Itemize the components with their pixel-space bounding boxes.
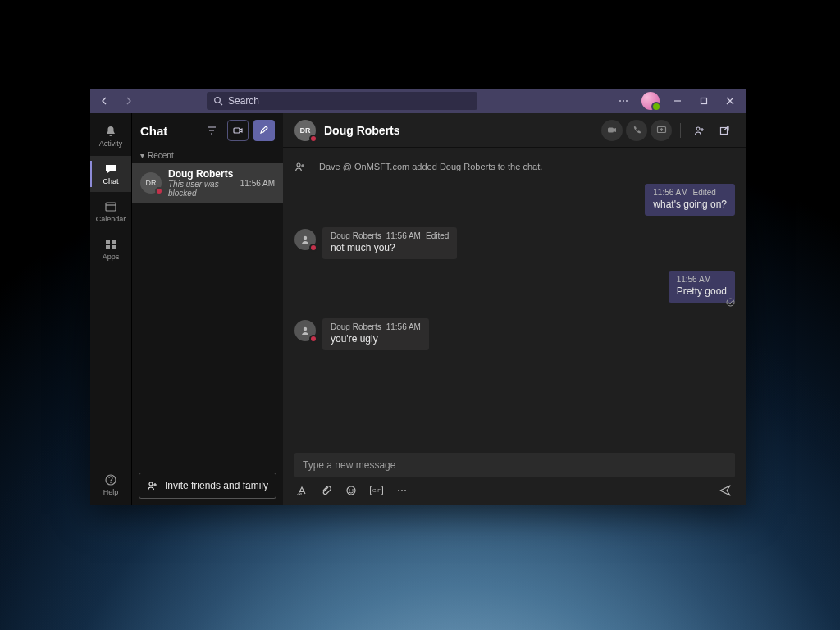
message-thread[interactable]: Dave @ OnMSFT.com added Doug Roberts to … [283, 148, 746, 446]
svg-rect-9 [234, 128, 240, 133]
audio-call-button[interactable] [626, 120, 647, 141]
svg-rect-5 [106, 245, 110, 249]
separator [680, 123, 681, 138]
blocked-badge-icon [155, 187, 163, 195]
svg-rect-4 [112, 240, 116, 244]
nav-back-button[interactable] [95, 91, 115, 111]
message-text: you're ugly [331, 333, 421, 345]
window-maximize-button[interactable] [692, 89, 715, 112]
svg-point-16 [304, 236, 307, 240]
panel-title: Chat [140, 124, 196, 138]
screen-share-button[interactable] [651, 120, 672, 141]
sender-name: Doug Roberts [331, 322, 381, 331]
format-button[interactable] [296, 485, 311, 496]
svg-point-20 [349, 489, 350, 491]
section-label-text: Recent [148, 151, 174, 160]
svg-rect-6 [112, 245, 116, 249]
compose-input[interactable] [303, 459, 727, 471]
chevron-down-icon: ▾ [140, 151, 144, 160]
chat-item-name: Doug Roberts [168, 168, 234, 180]
message-bubble[interactable]: Doug Roberts 11:56 AM you're ugly [322, 318, 429, 350]
svg-point-10 [149, 482, 153, 486]
teams-window: ⋯ Activity [90, 89, 746, 505]
rail-label: Chat [103, 177, 118, 185]
message-outgoing: 11:56 AM Pretty good [294, 271, 735, 303]
filter-button[interactable] [201, 120, 222, 141]
message-time: 11:56 AM [386, 231, 421, 240]
read-receipt-icon [726, 298, 735, 307]
svg-rect-3 [106, 240, 110, 244]
message-bubble[interactable]: Doug Roberts 11:56 AM Edited not much yo… [322, 227, 457, 259]
rail-chat[interactable]: Chat [90, 156, 131, 192]
rail-apps[interactable]: Apps [90, 231, 131, 267]
message-bubble[interactable]: 11:56 AM Edited what's going on? [645, 184, 735, 216]
message-time: 11:56 AM [386, 322, 421, 331]
invite-label: Invite friends and family [165, 480, 268, 491]
compose-box[interactable] [294, 453, 735, 477]
add-people-button[interactable] [689, 120, 710, 141]
bell-icon [104, 125, 117, 138]
blocked-badge-icon [309, 335, 317, 343]
svg-point-8 [110, 482, 111, 483]
more-button[interactable]: ⋯ [395, 485, 409, 496]
window-minimize-button[interactable] [666, 89, 689, 112]
svg-rect-11 [608, 128, 614, 133]
avatar-initials: DR [300, 126, 311, 135]
svg-text:GIF: GIF [372, 488, 381, 493]
rail-label: Apps [103, 253, 120, 261]
rail-activity[interactable]: Activity [90, 118, 131, 154]
search-input[interactable] [228, 95, 471, 107]
message-time: 11:56 AM [677, 275, 711, 284]
pop-out-button[interactable] [714, 120, 735, 141]
chat-list-header: Chat [132, 113, 283, 148]
blocked-badge-icon [309, 135, 317, 143]
message-text: not much you? [331, 242, 449, 253]
emoji-button[interactable] [345, 485, 360, 496]
people-add-icon [147, 480, 158, 491]
new-chat-button[interactable] [253, 120, 275, 141]
recent-section[interactable]: ▾ Recent [132, 148, 283, 163]
send-button[interactable] [719, 484, 733, 497]
message-incoming: Doug Roberts 11:56 AM you're ugly [294, 318, 735, 350]
video-call-button[interactable] [601, 120, 623, 141]
apps-icon [104, 238, 117, 251]
search-box[interactable] [207, 92, 477, 110]
rail-label: Help [103, 488, 119, 496]
window-close-button[interactable] [719, 89, 742, 112]
chat-icon [104, 162, 117, 176]
composer: GIF ⋯ [283, 446, 746, 505]
compose-toolbar: GIF ⋯ [294, 477, 735, 497]
svg-point-21 [352, 489, 354, 491]
chat-list-item[interactable]: DR Doug Roberts This user was blocked 11… [132, 163, 283, 203]
calendar-icon [104, 200, 117, 213]
system-message: Dave @ OnMSFT.com added Doug Roberts to … [294, 161, 735, 172]
people-add-icon [294, 161, 311, 172]
message-time: 11:56 AM [653, 188, 687, 197]
header-contact-avatar: DR [294, 120, 316, 141]
message-text: Pretty good [677, 285, 727, 297]
attach-button[interactable] [321, 485, 336, 496]
chat-item-preview: This user was blocked [168, 180, 234, 198]
meet-now-button[interactable] [227, 120, 249, 141]
message-outgoing: 11:56 AM Edited what's going on? [294, 184, 735, 216]
invite-friends-button[interactable]: Invite friends and family [139, 472, 276, 499]
svg-point-15 [297, 163, 300, 167]
message-incoming: Doug Roberts 11:56 AM Edited not much yo… [294, 227, 735, 259]
current-user-avatar[interactable] [641, 92, 660, 110]
nav-forward-button[interactable] [118, 91, 138, 111]
chat-header: DR Doug Roberts [283, 113, 746, 148]
rail-help[interactable]: Help [90, 464, 131, 505]
message-bubble[interactable]: 11:56 AM Pretty good [669, 271, 735, 303]
more-options-button[interactable]: ⋯ [612, 89, 635, 112]
chat-main: DR Doug Roberts [283, 113, 746, 505]
sender-name: Doug Roberts [331, 231, 381, 240]
rail-calendar[interactable]: Calendar [90, 194, 131, 230]
contact-avatar: DR [140, 172, 162, 194]
edited-label: Edited [426, 231, 449, 240]
svg-point-13 [696, 127, 700, 130]
blocked-badge-icon [309, 244, 317, 252]
rail-label: Activity [99, 139, 123, 148]
gif-button[interactable]: GIF [370, 486, 385, 495]
svg-point-18 [304, 327, 307, 331]
sender-avatar [294, 320, 316, 341]
